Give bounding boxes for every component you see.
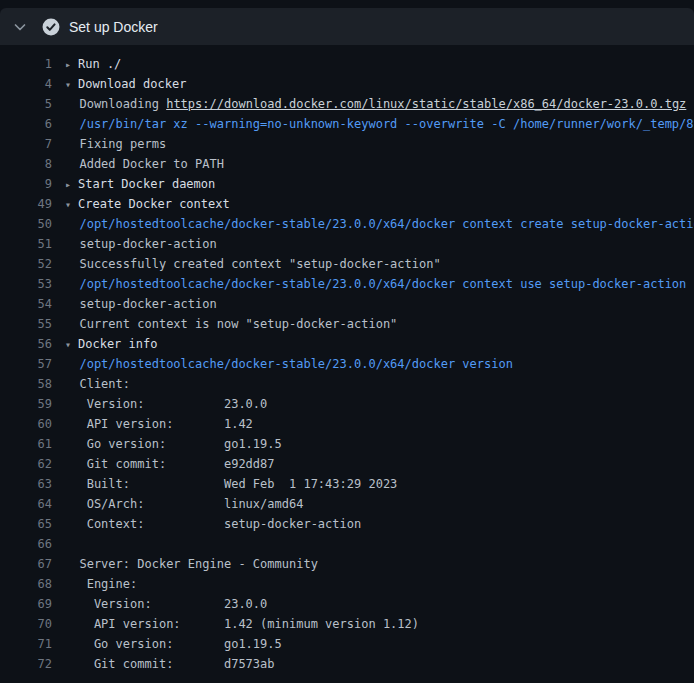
line-number[interactable]: 65 (0, 514, 65, 534)
log-line: 4▾Download docker (0, 74, 694, 94)
log-text: Context: setup-docker-action (65, 517, 361, 531)
group-collapsed-arrow-icon[interactable]: ▸ (65, 55, 78, 74)
log-text: Git commit: d7573ab (65, 657, 275, 671)
log-line: 54 setup-docker-action (0, 294, 694, 314)
line-number[interactable]: 59 (0, 394, 65, 414)
log-text: API version: 1.42 (65, 417, 253, 431)
log-line: 68 Engine: (0, 574, 694, 594)
log-text: Server: Docker Engine - Community (65, 557, 318, 571)
line-number[interactable]: 67 (0, 554, 65, 574)
group-expanded-arrow-icon[interactable]: ▾ (65, 335, 78, 354)
log-line: 66 (0, 534, 694, 554)
line-content: ▸Run ./ (65, 54, 694, 74)
log-line: 7 Fixing perms (0, 134, 694, 154)
log-line: 59 Version: 23.0.0 (0, 394, 694, 414)
log-text: setup-docker-action (65, 297, 217, 311)
line-number[interactable]: 4 (0, 74, 65, 94)
command-text: /opt/hostedtoolcache/docker-stable/23.0.… (65, 217, 694, 231)
line-content: Client: (65, 374, 694, 394)
line-number[interactable]: 50 (0, 214, 65, 234)
line-number[interactable]: 58 (0, 374, 65, 394)
line-content: API version: 1.42 (minimum version 1.12) (65, 614, 694, 634)
log-text: Git commit: e92dd87 (65, 457, 275, 471)
log-line: 71 Go version: go1.19.5 (0, 634, 694, 654)
line-content: Built: Wed Feb 1 17:43:29 2023 (65, 474, 694, 494)
log-line: 9▸Start Docker daemon (0, 174, 694, 194)
group-expanded-arrow-icon[interactable]: ▾ (65, 75, 78, 94)
line-number[interactable]: 68 (0, 574, 65, 594)
line-number[interactable]: 6 (0, 114, 65, 134)
line-content: ▾Create Docker context (65, 194, 694, 214)
log-line: 72 Git commit: d7573ab (0, 654, 694, 674)
log-line: 49▾Create Docker context (0, 194, 694, 214)
log-line: 64 OS/Arch: linux/amd64 (0, 494, 694, 514)
log-line: 61 Go version: go1.19.5 (0, 434, 694, 454)
line-content: OS/Arch: linux/amd64 (65, 494, 694, 514)
group-label[interactable]: Start Docker daemon (78, 177, 215, 191)
log-text: Downloading (65, 97, 166, 111)
line-content: Git commit: d7573ab (65, 654, 694, 674)
log-line: 51 setup-docker-action (0, 234, 694, 254)
log-line: 65 Context: setup-docker-action (0, 514, 694, 534)
line-content (65, 534, 694, 554)
log-line: 57 /opt/hostedtoolcache/docker-stable/23… (0, 354, 694, 374)
line-number[interactable]: 64 (0, 494, 65, 514)
log-text: Fixing perms (65, 137, 166, 151)
line-number[interactable]: 7 (0, 134, 65, 154)
command-text: /opt/hostedtoolcache/docker-stable/23.0.… (65, 357, 513, 371)
line-number[interactable]: 69 (0, 594, 65, 614)
chevron-down-icon[interactable] (12, 19, 28, 35)
log-text: Engine: (65, 577, 137, 591)
line-content: /usr/bin/tar xz --warning=no-unknown-key… (65, 114, 694, 134)
line-number[interactable]: 49 (0, 194, 65, 214)
log-line: 58 Client: (0, 374, 694, 394)
log-line: 6 /usr/bin/tar xz --warning=no-unknown-k… (0, 114, 694, 134)
line-number[interactable]: 61 (0, 434, 65, 454)
line-number[interactable]: 71 (0, 634, 65, 654)
log-line: 60 API version: 1.42 (0, 414, 694, 434)
line-content: Added Docker to PATH (65, 154, 694, 174)
step-header[interactable]: Set up Docker (0, 8, 694, 45)
command-text: /usr/bin/tar xz --warning=no-unknown-key… (65, 117, 694, 131)
group-label[interactable]: Run ./ (78, 57, 121, 71)
group-label[interactable]: Download docker (78, 77, 186, 91)
line-number[interactable]: 57 (0, 354, 65, 374)
line-content: ▾Docker info (65, 334, 694, 354)
line-content: /opt/hostedtoolcache/docker-stable/23.0.… (65, 214, 694, 234)
log-link[interactable]: https://download.docker.com/linux/static… (166, 97, 686, 111)
line-content: Version: 23.0.0 (65, 594, 694, 614)
line-number[interactable]: 51 (0, 234, 65, 254)
line-number[interactable]: 60 (0, 414, 65, 434)
step-title: Set up Docker (69, 20, 158, 34)
log-text: Version: 23.0.0 (65, 597, 267, 611)
line-number[interactable]: 9 (0, 174, 65, 194)
check-circle-icon (42, 18, 60, 36)
log-text: Current context is now "setup-docker-act… (65, 317, 397, 331)
line-content: Engine: (65, 574, 694, 594)
group-label[interactable]: Docker info (78, 337, 157, 351)
line-number[interactable]: 8 (0, 154, 65, 174)
line-number[interactable]: 66 (0, 534, 65, 554)
log-line: 1▸Run ./ (0, 54, 694, 74)
group-collapsed-arrow-icon[interactable]: ▸ (65, 175, 78, 194)
line-number[interactable]: 72 (0, 654, 65, 674)
line-number[interactable]: 5 (0, 94, 65, 114)
log-text: Version: 23.0.0 (65, 397, 267, 411)
line-number[interactable]: 52 (0, 254, 65, 274)
line-number[interactable]: 63 (0, 474, 65, 494)
line-number[interactable]: 1 (0, 54, 65, 74)
log-line: 55 Current context is now "setup-docker-… (0, 314, 694, 334)
line-number[interactable]: 53 (0, 274, 65, 294)
line-content: Server: Docker Engine - Community (65, 554, 694, 574)
line-number[interactable]: 56 (0, 334, 65, 354)
group-label[interactable]: Create Docker context (78, 197, 230, 211)
line-number[interactable]: 62 (0, 454, 65, 474)
line-number[interactable]: 55 (0, 314, 65, 334)
line-number[interactable]: 54 (0, 294, 65, 314)
line-content: Go version: go1.19.5 (65, 634, 694, 654)
group-expanded-arrow-icon[interactable]: ▾ (65, 195, 78, 214)
line-number[interactable]: 70 (0, 614, 65, 634)
log-text: Added Docker to PATH (65, 157, 224, 171)
line-content: Go version: go1.19.5 (65, 434, 694, 454)
log-text: Successfully created context "setup-dock… (65, 257, 441, 271)
